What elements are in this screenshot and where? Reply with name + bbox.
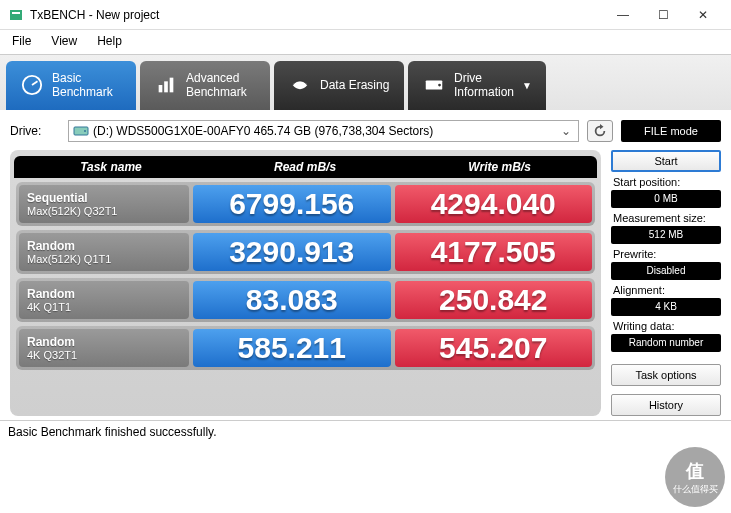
task-cell[interactable]: SequentialMax(512K) Q32T1 [19,185,189,223]
tab-advanced-benchmark[interactable]: Advanced Benchmark [140,61,270,110]
read-value: 3290.913 [193,233,391,271]
disk-icon [73,123,89,139]
svg-rect-6 [170,78,174,93]
writing-data-label: Writing data: [611,318,721,332]
task-sub: 4K Q1T1 [27,301,181,313]
main-tabs: Basic Benchmark Advanced Benchmark Data … [0,54,731,110]
measurement-size-label: Measurement size: [611,210,721,224]
tab-label: Advanced Benchmark [186,71,247,100]
status-bar: Basic Benchmark finished successfully. [0,420,731,443]
start-position-value[interactable]: 0 MB [611,190,721,208]
watermark: 值 什么值得买 [665,447,725,507]
menubar: File View Help [0,30,731,54]
task-sub: Max(512K) Q1T1 [27,253,181,265]
task-cell[interactable]: RandomMax(512K) Q1T1 [19,233,189,271]
drive-row: Drive: (D:) WDS500G1X0E-00AFY0 465.74 GB… [0,110,731,150]
measurement-size-value[interactable]: 512 MB [611,226,721,244]
drive-select[interactable]: (D:) WDS500G1X0E-00AFY0 465.74 GB (976,7… [68,120,579,142]
prewrite-label: Prewrite: [611,246,721,260]
task-title: Random [27,335,181,349]
refresh-button[interactable] [587,120,613,142]
benchmark-row: SequentialMax(512K) Q32T16799.1564294.04… [16,182,595,226]
svg-rect-4 [159,85,163,92]
task-cell[interactable]: Random4K Q32T1 [19,329,189,367]
tab-label: Drive Information [454,71,514,100]
close-button[interactable]: ✕ [683,1,723,29]
benchmark-row: RandomMax(512K) Q1T13290.9134177.505 [16,230,595,274]
drive-label: Drive: [10,124,60,138]
task-cell[interactable]: Random4K Q1T1 [19,281,189,319]
chevron-down-icon[interactable]: ▼ [522,80,532,91]
header-task: Task name [80,160,142,174]
write-value: 4294.040 [395,185,593,223]
menu-help[interactable]: Help [93,32,126,50]
refresh-icon [593,124,607,138]
benchmark-headers: Task name Read mB/s Write mB/s [14,156,597,178]
titlebar: TxBENCH - New project — ☐ ✕ [0,0,731,30]
speedometer-icon [20,73,44,97]
read-value: 83.083 [193,281,391,319]
read-value: 6799.156 [193,185,391,223]
maximize-button[interactable]: ☐ [643,1,683,29]
svg-point-10 [84,130,86,132]
read-value: 585.211 [193,329,391,367]
start-button[interactable]: Start [611,150,721,172]
benchmark-row: Random4K Q1T183.083250.842 [16,278,595,322]
task-sub: Max(512K) Q32T1 [27,205,181,217]
svg-point-8 [438,84,441,87]
write-value: 4177.505 [395,233,593,271]
window-title: TxBENCH - New project [30,8,603,22]
history-button[interactable]: History [611,394,721,416]
header-read: Read mB/s [274,160,336,174]
alignment-value[interactable]: 4 KB [611,298,721,316]
file-mode-button[interactable]: FILE mode [621,120,721,142]
svg-rect-1 [12,12,20,14]
erase-icon [288,73,312,97]
drive-icon [422,73,446,97]
task-title: Random [27,239,181,253]
svg-rect-0 [10,10,22,20]
alignment-label: Alignment: [611,282,721,296]
chevron-down-icon: ⌄ [558,124,574,138]
header-write: Write mB/s [468,160,530,174]
chart-icon [154,73,178,97]
svg-rect-5 [164,82,168,93]
minimize-button[interactable]: — [603,1,643,29]
benchmark-row: Random4K Q32T1585.211545.207 [16,326,595,370]
prewrite-value[interactable]: Disabled [611,262,721,280]
task-title: Random [27,287,181,301]
write-value: 545.207 [395,329,593,367]
write-value: 250.842 [395,281,593,319]
svg-line-3 [32,82,38,86]
menu-file[interactable]: File [8,32,35,50]
drive-text: (D:) WDS500G1X0E-00AFY0 465.74 GB (976,7… [93,124,558,138]
task-options-button[interactable]: Task options [611,364,721,386]
tab-drive-information[interactable]: Drive Information ▼ [408,61,546,110]
benchmark-panel: Task name Read mB/s Write mB/s Sequentia… [10,150,601,416]
app-icon [8,7,24,23]
task-sub: 4K Q32T1 [27,349,181,361]
menu-view[interactable]: View [47,32,81,50]
start-position-label: Start position: [611,174,721,188]
task-title: Sequential [27,191,181,205]
tab-basic-benchmark[interactable]: Basic Benchmark [6,61,136,110]
writing-data-value[interactable]: Random number [611,334,721,352]
tab-label: Basic Benchmark [52,71,113,100]
tab-label: Data Erasing [320,78,389,92]
tab-data-erasing[interactable]: Data Erasing [274,61,404,110]
side-panel: Start Start position: 0 MB Measurement s… [611,150,721,416]
